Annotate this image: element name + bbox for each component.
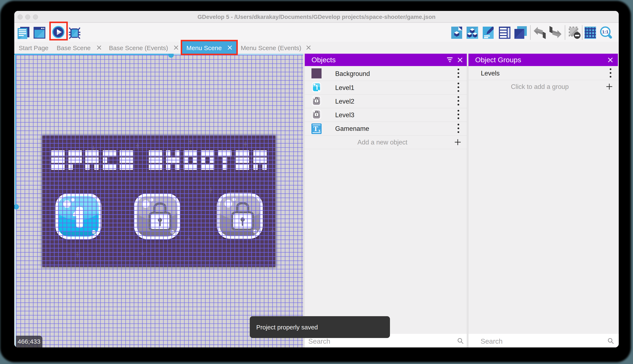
svg-text:x: x bbox=[319, 128, 321, 133]
svg-text:T: T bbox=[313, 125, 318, 132]
svg-text:1:1: 1:1 bbox=[602, 29, 609, 34]
